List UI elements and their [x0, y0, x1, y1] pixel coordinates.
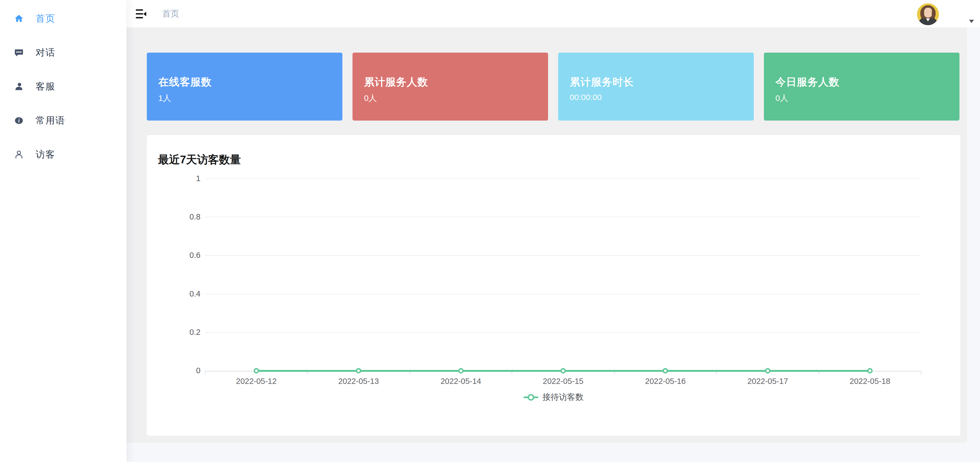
legend-line-icon [524, 397, 538, 398]
legend-label: 接待访客数 [542, 392, 584, 403]
data-point-marker[interactable] [867, 368, 873, 373]
gridline [205, 178, 921, 179]
data-point-marker[interactable] [765, 368, 770, 373]
x-axis-tick [614, 371, 615, 374]
series-line [358, 370, 461, 372]
x-axis-tick [205, 371, 205, 374]
sidebar-item-label: 对话 [36, 46, 55, 59]
x-axis-label: 2022-05-16 [622, 377, 709, 386]
stat-card-title: 累计服务人数 [364, 75, 428, 89]
stat-card-value: 00:00:00 [570, 92, 602, 102]
chat-icon [14, 48, 24, 57]
x-axis-label: 2022-05-14 [417, 377, 505, 386]
stat-card-value: 1人 [158, 92, 171, 104]
x-axis-label: 2022-05-17 [724, 377, 811, 386]
sidebar-item-label: 客服 [36, 80, 55, 93]
sidebar-item-label: 常用语 [36, 114, 65, 127]
x-axis-label: 2022-05-15 [519, 377, 607, 386]
phrases-icon: i [14, 116, 24, 125]
agent-icon [14, 82, 24, 91]
stat-card: 累计服务时长 00:00:00 [558, 53, 754, 121]
series-line [461, 370, 563, 372]
x-axis-label: 2022-05-12 [213, 377, 300, 386]
x-axis-label: 2022-05-18 [826, 377, 914, 386]
x-axis-tick [307, 371, 308, 374]
visitor-icon [14, 150, 24, 159]
y-axis-label: 0.8 [147, 212, 200, 221]
home-icon [14, 14, 24, 23]
stat-card-value: 0人 [364, 92, 377, 104]
gridline [205, 294, 921, 294]
sidebar-item-chat[interactable]: 对话 [0, 36, 127, 70]
sidebar-item-agents[interactable]: 客服 [0, 70, 127, 104]
breadcrumb[interactable]: 首页 [162, 0, 179, 27]
x-axis-tick [512, 371, 512, 374]
x-axis-label: 2022-05-13 [315, 377, 402, 386]
data-point-marker[interactable] [663, 368, 668, 373]
sidebar-item-label: 访客 [36, 148, 55, 161]
stat-card: 在线客服数 1人 [147, 53, 342, 121]
y-axis-label: 0.6 [147, 251, 200, 260]
data-point-marker[interactable] [560, 368, 566, 373]
data-point-marker[interactable] [254, 368, 259, 373]
chart-legend[interactable]: 接待访客数 [524, 392, 584, 403]
header: 首页 [127, 0, 980, 27]
stat-card-title: 在线客服数 [158, 75, 212, 89]
y-axis-label: 1 [147, 174, 200, 183]
data-point-marker[interactable] [356, 368, 361, 373]
gridline [205, 217, 921, 217]
stat-card-title: 累计服务时长 [570, 75, 634, 89]
x-axis-tick [921, 371, 921, 374]
x-axis-tick [409, 371, 410, 374]
chevron-down-icon[interactable] [969, 20, 974, 23]
stat-card: 今日服务人数 0人 [764, 53, 959, 121]
series-line [563, 370, 665, 372]
series-line [768, 370, 870, 372]
visitors-chart-panel: 最近7天访客数量 00.20.40.60.812022-05-122022-05… [147, 135, 960, 436]
chart-plot-area[interactable]: 00.20.40.60.812022-05-122022-05-132022-0… [147, 135, 960, 436]
stat-card-value: 0人 [775, 92, 788, 104]
series-line [665, 370, 767, 372]
stat-card-title: 今日服务人数 [775, 75, 840, 89]
sidebar-collapse-icon[interactable] [136, 9, 145, 19]
series-line [256, 370, 358, 372]
data-point-marker[interactable] [458, 368, 464, 373]
y-axis-label: 0.2 [147, 328, 200, 337]
sidebar-item-visitors[interactable]: 访客 [0, 137, 127, 172]
sidebar: 首页 对话 客服 i 常用语 [0, 0, 127, 462]
y-axis-label: 0 [147, 366, 200, 375]
stat-card: 累计服务人数 0人 [353, 53, 548, 121]
sidebar-item-home[interactable]: 首页 [0, 2, 127, 36]
x-axis-tick [819, 371, 819, 374]
legend-marker [528, 394, 535, 401]
sidebar-item-label: 首页 [36, 12, 55, 25]
gridline [205, 255, 921, 256]
avatar[interactable] [917, 3, 939, 25]
x-axis-tick [716, 371, 717, 374]
gridline [205, 332, 921, 333]
y-axis-label: 0.4 [147, 289, 200, 298]
sidebar-item-phrases[interactable]: i 常用语 [0, 104, 127, 137]
svg-text:i: i [18, 118, 20, 124]
